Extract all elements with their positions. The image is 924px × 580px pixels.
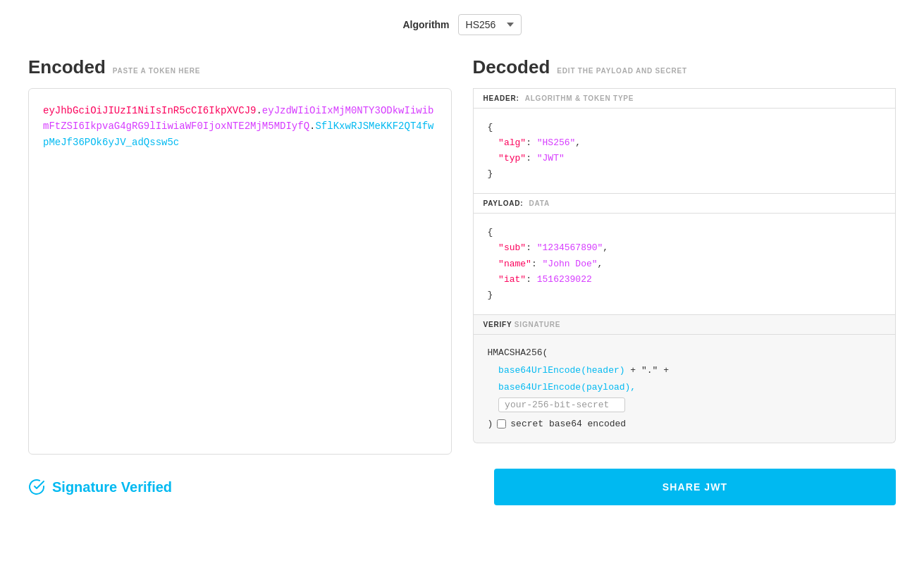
payload-content[interactable]: { "sub": "1234567890", "name": "John Doe… bbox=[474, 214, 896, 314]
algorithm-bar: Algorithm HS256 HS384 HS512 RS256 RS384 … bbox=[0, 0, 924, 42]
signature-verified-text: Signature Verified bbox=[52, 479, 172, 495]
close-paren: ) bbox=[488, 416, 493, 433]
header-sublabel: ALGORITHM & TOKEN TYPE bbox=[525, 94, 634, 102]
verify-label: VERIFY bbox=[483, 321, 512, 328]
encoded-box[interactable]: eyJhbGciOiJIUzI1NiIsInR5cCI6IkpXVCJ9.eyJ… bbox=[28, 88, 452, 455]
algorithm-label: Algorithm bbox=[402, 19, 449, 30]
decoded-subtitle: EDIT THE PAYLOAD AND SECRET bbox=[557, 67, 687, 75]
decoded-header: Decoded EDIT THE PAYLOAD AND SECRET bbox=[473, 56, 897, 78]
encoded-title: Encoded bbox=[28, 56, 106, 78]
hmac-fn: HMACSHA256( bbox=[488, 347, 548, 358]
payload-sublabel: DATA bbox=[529, 199, 550, 207]
payload-section-header: PAYLOAD: DATA bbox=[474, 194, 896, 214]
encoded-header: Encoded PASTE A TOKEN HERE bbox=[28, 56, 452, 78]
base64-checkbox-row: ) secret base64 encoded bbox=[488, 416, 882, 433]
plus1: + "." + bbox=[625, 365, 669, 376]
header-label: HEADER: bbox=[483, 94, 519, 102]
share-jwt-button[interactable]: SHARE JWT bbox=[494, 469, 896, 505]
footer-area: Signature Verified SHARE JWT bbox=[0, 455, 924, 519]
base64-checkbox[interactable] bbox=[497, 419, 506, 428]
verify-header: VERIFY SIGNATURE bbox=[474, 315, 896, 335]
secret-input[interactable] bbox=[498, 397, 625, 412]
payload-label: PAYLOAD: bbox=[483, 199, 524, 207]
main-layout: Encoded PASTE A TOKEN HERE eyJhbGciOiJIU… bbox=[0, 42, 924, 455]
encoded-panel: Encoded PASTE A TOKEN HERE eyJhbGciOiJIU… bbox=[28, 56, 452, 455]
decoded-panel: Decoded EDIT THE PAYLOAD AND SECRET HEAD… bbox=[473, 56, 897, 455]
encoded-subtitle: PASTE A TOKEN HERE bbox=[113, 67, 200, 75]
decoded-title: Decoded bbox=[473, 56, 550, 78]
base64-header: base64UrlEncode(header) bbox=[498, 365, 624, 376]
payload-section: PAYLOAD: DATA { "sub": "1234567890", "na… bbox=[473, 194, 897, 314]
header-section: HEADER: ALGORITHM & TOKEN TYPE { "alg": … bbox=[473, 88, 897, 194]
token-header-part: eyJhbGciOiJIUzI1NiIsInR5cCI6IkpXVCJ9 bbox=[43, 105, 256, 116]
header-content[interactable]: { "alg": "HS256", "typ": "JWT" } bbox=[474, 109, 896, 193]
signature-verified: Signature Verified bbox=[28, 479, 494, 495]
algorithm-select[interactable]: HS256 HS384 HS512 RS256 RS384 RS512 bbox=[458, 14, 522, 35]
base64-label: secret base64 encoded bbox=[510, 416, 626, 433]
header-section-header: HEADER: ALGORITHM & TOKEN TYPE bbox=[474, 89, 896, 109]
verify-content: HMACSHA256( base64UrlEncode(header) + ".… bbox=[474, 335, 896, 443]
check-circle-icon bbox=[28, 479, 45, 495]
token-dot-1: . bbox=[256, 105, 261, 116]
verify-section: VERIFY SIGNATURE HMACSHA256( base64UrlEn… bbox=[473, 315, 897, 443]
base64-payload: base64UrlEncode(payload), bbox=[498, 382, 636, 393]
